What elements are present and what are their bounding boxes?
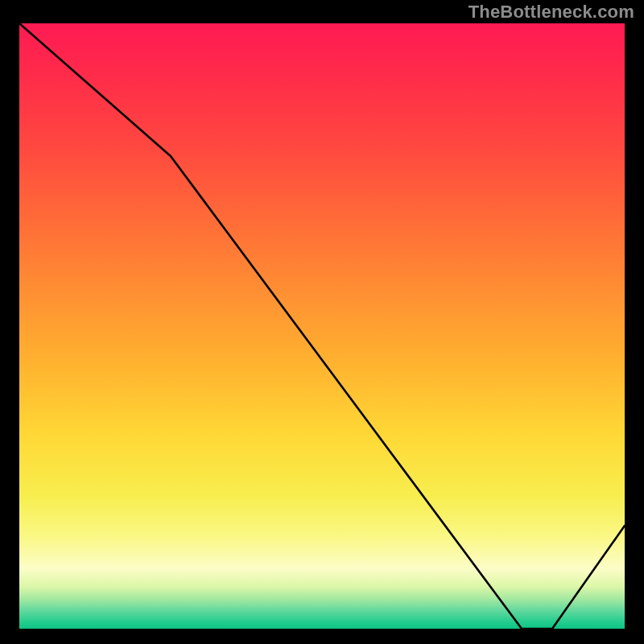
chart-container: TheBottleneck.com bbox=[0, 0, 644, 644]
curve-layer bbox=[19, 23, 625, 629]
bottleneck-curve bbox=[19, 23, 625, 629]
plot-area bbox=[16, 20, 628, 632]
